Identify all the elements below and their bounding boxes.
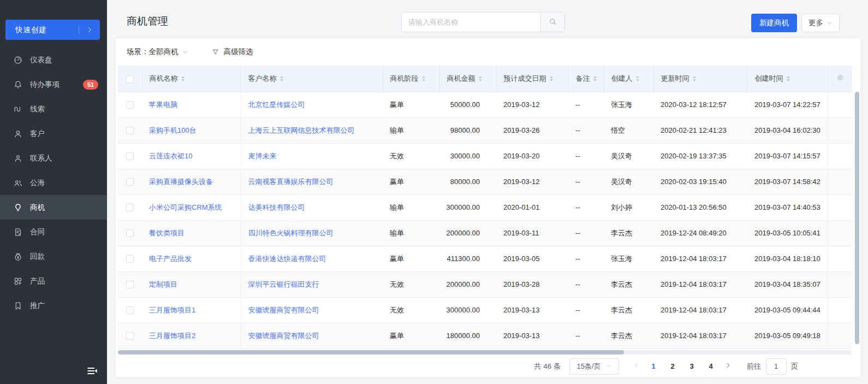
customer-link[interactable]: 安徽琥服商贸有限公司: [248, 306, 319, 314]
name-link[interactable]: 采购手机100台: [149, 126, 197, 134]
select-all-checkbox[interactable]: [126, 75, 134, 83]
row-checkbox[interactable]: [126, 204, 134, 211]
customer-link[interactable]: 云南视客直播娱乐有限公司: [248, 178, 334, 186]
scene-select[interactable]: 场景：全部商机: [127, 47, 188, 57]
cell-note: --: [568, 194, 604, 220]
name-link[interactable]: 餐饮类项目: [149, 229, 185, 237]
vertical-scrollbar-thumb[interactable]: [855, 92, 859, 344]
row-select-cell: [118, 117, 142, 143]
sort-icon[interactable]: [636, 76, 639, 81]
sidebar-item-promotion[interactable]: 推广: [0, 293, 107, 318]
row-checkbox[interactable]: [126, 281, 134, 288]
column-header-label: 商机名称: [150, 74, 178, 84]
horizontal-scrollbar-thumb[interactable]: [118, 350, 624, 355]
row-checkbox[interactable]: [126, 178, 134, 186]
page-button-2[interactable]: 2: [665, 359, 680, 374]
row-checkbox[interactable]: [126, 306, 134, 314]
gear-icon[interactable]: [836, 73, 845, 82]
column-header-label: 客户名称: [248, 74, 277, 84]
create-opportunity-button[interactable]: 新建商机: [751, 14, 797, 32]
quick-create-button[interactable]: 快速创建: [5, 20, 100, 40]
sidebar-item-opportunity[interactable]: 商机: [0, 195, 107, 220]
sidebar-item-contact[interactable]: 联系人: [0, 146, 107, 170]
todo-count-badge: 51: [83, 80, 98, 90]
customer-link[interactable]: 北京红星传媒公司: [248, 101, 305, 109]
column-header-label: 更新时间: [661, 74, 689, 84]
goto-page-input[interactable]: [766, 358, 787, 375]
cell-customer: 安徽琥服商贸有限公司: [241, 297, 383, 323]
table-row: 电子产品批发香港快速达快递有限公司赢单411300.002019-03-05--…: [118, 246, 852, 271]
sidebar-item-dashboard[interactable]: 仪表盘: [0, 48, 107, 72]
customer-link[interactable]: 深圳平云银行福田支行: [248, 280, 319, 288]
name-link[interactable]: 三月服饰项目1: [149, 306, 195, 314]
payment-icon: [13, 252, 23, 262]
table-row: 三月服饰项目2安徽琥服商贸有限公司赢单180000.002019-03-13--…: [118, 323, 852, 348]
customer-link[interactable]: 达美科技有限公司: [248, 203, 305, 211]
name-link[interactable]: 三月服饰项目2: [149, 332, 195, 340]
customer-link[interactable]: 香港快速达快递有限公司: [248, 255, 326, 263]
cell-amount: 300000.00: [439, 194, 496, 220]
cell-stage: 赢单: [383, 169, 439, 194]
sidebar-item-contract[interactable]: 合同: [0, 220, 107, 244]
search-button[interactable]: [540, 13, 564, 32]
sort-icon[interactable]: [550, 76, 553, 81]
page-button-4[interactable]: 4: [703, 359, 718, 374]
row-select-cell: [118, 92, 142, 117]
cell-name: 餐饮类项目: [142, 220, 241, 246]
prev-page-button[interactable]: [629, 362, 644, 370]
row-checkbox[interactable]: [126, 229, 134, 237]
name-link[interactable]: 采购直播摄像头设备: [149, 178, 213, 186]
name-link[interactable]: 云莲连衣裙10: [149, 152, 192, 160]
customer-link[interactable]: 安徽琥服商贸有限公司: [248, 332, 319, 340]
column-header-creator: 创建人: [604, 66, 653, 92]
cell-updated: 2020-02-19 13:37:35: [653, 143, 747, 169]
cell-name: 三月服饰项目1: [142, 297, 241, 323]
cell-created: 2019-03-05 09:49:18: [747, 323, 828, 348]
row-actions-cell: [828, 143, 852, 169]
sort-icon[interactable]: [787, 76, 790, 81]
more-button[interactable]: 更多: [801, 14, 840, 32]
customer-link[interactable]: 上海云上互联网信息技术有限公司: [248, 126, 355, 134]
sidebar-item-todo[interactable]: 待办事项51: [0, 72, 107, 97]
customer-link[interactable]: 麦博未来: [248, 152, 277, 160]
sort-icon[interactable]: [280, 76, 283, 81]
page-button-3[interactable]: 3: [684, 359, 699, 374]
sidebar-item-payment[interactable]: 回款: [0, 244, 107, 269]
cell-stage: 输单: [383, 194, 439, 220]
scene-bar: 场景：全部商机 高级筛选: [116, 38, 860, 66]
name-link[interactable]: 小米公司采购CRM系统: [149, 203, 222, 211]
page-size-select[interactable]: 15条/页: [569, 358, 619, 375]
row-checkbox[interactable]: [126, 101, 134, 109]
name-link[interactable]: 苹果电脑: [149, 101, 177, 109]
sort-icon[interactable]: [693, 76, 696, 81]
contact-icon: [13, 153, 23, 163]
row-checkbox[interactable]: [126, 127, 134, 134]
row-checkbox[interactable]: [126, 332, 134, 340]
chevron-down-icon: [827, 20, 833, 26]
page-button-1[interactable]: 1: [646, 359, 661, 374]
name-link[interactable]: 电子产品批发: [149, 255, 192, 263]
sidebar-item-pool[interactable]: 公海: [0, 170, 107, 195]
cell-name: 苹果电脑: [142, 92, 241, 117]
row-select-cell: [118, 169, 142, 194]
sidebar-item-customer[interactable]: 客户: [0, 121, 107, 146]
row-checkbox[interactable]: [126, 152, 134, 160]
opportunity-list-card: 场景：全部商机 高级筛选 商机名称客户名称商机阶段商机金额预计成交日期备注创建人…: [116, 38, 860, 377]
cell-name: 定制项目: [142, 271, 241, 297]
sidebar-item-product[interactable]: 产品: [0, 269, 107, 293]
sort-icon[interactable]: [593, 76, 597, 81]
search-input[interactable]: [402, 13, 540, 32]
sort-icon[interactable]: [181, 76, 185, 81]
collapse-sidebar-button[interactable]: [86, 365, 99, 377]
next-page-button[interactable]: [721, 362, 736, 370]
sort-icon[interactable]: [422, 76, 425, 81]
name-link[interactable]: 定制项目: [149, 280, 177, 288]
sidebar-item-leads[interactable]: 线索: [0, 97, 107, 121]
filter-funnel-icon: [211, 48, 219, 56]
page-title: 商机管理: [127, 14, 168, 28]
advanced-filter-button[interactable]: 高级筛选: [211, 47, 253, 57]
cell-updated: 2019-12-04 18:03:17: [653, 323, 747, 348]
row-checkbox[interactable]: [126, 255, 134, 263]
customer-link[interactable]: 四川特色火锅料理有限公司: [248, 229, 334, 237]
sort-icon[interactable]: [479, 76, 482, 81]
